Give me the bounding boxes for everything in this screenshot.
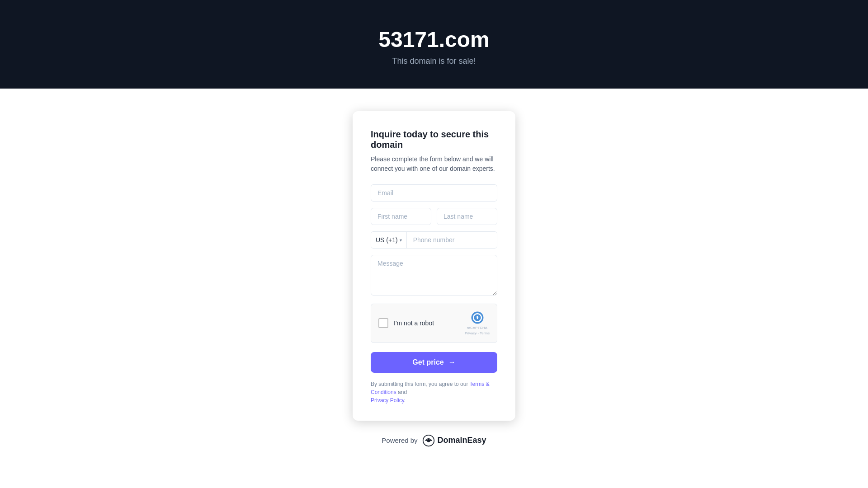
recaptcha-icon [470, 310, 485, 325]
message-field[interactable] [371, 255, 497, 296]
privacy-policy-link[interactable]: Privacy Policy [371, 397, 404, 404]
phone-number-field[interactable] [407, 232, 497, 248]
submit-label: Get price [412, 358, 443, 366]
terms-text-3: . [404, 397, 406, 404]
phone-row: US (+1) ▾ [371, 231, 497, 249]
card-title: Inquire today to secure this domain [371, 129, 497, 150]
recaptcha-label: reCAPTCHA [467, 326, 487, 330]
first-name-field[interactable] [371, 208, 431, 225]
captcha-logo: reCAPTCHA Privacy - Terms [465, 310, 490, 336]
last-name-group [437, 208, 497, 225]
arrow-right-icon: → [448, 358, 456, 366]
site-title: 53171.com [378, 27, 490, 52]
powered-by-section: Powered by DomainEasy [382, 434, 486, 447]
message-group [371, 255, 497, 297]
phone-country-label: US (+1) [376, 236, 398, 244]
chevron-down-icon: ▾ [400, 238, 402, 243]
captcha-label: I'm not a robot [394, 319, 459, 327]
bottom-section: Inquire today to secure this domain Plea… [0, 89, 868, 488]
last-name-field[interactable] [437, 208, 497, 225]
inquiry-card: Inquire today to secure this domain Plea… [353, 111, 515, 421]
name-row [371, 208, 497, 225]
terms-text-2: and [396, 389, 407, 395]
domaineasy-logo: DomainEasy [422, 434, 486, 447]
top-section: 53171.com This domain is for sale! [0, 0, 868, 89]
site-subtitle: This domain is for sale! [392, 56, 476, 66]
powered-by-text: Powered by [382, 436, 417, 444]
email-field[interactable] [371, 184, 497, 202]
domaineasy-icon [422, 434, 435, 447]
recaptcha-terms: Privacy - Terms [465, 331, 490, 336]
email-group [371, 184, 497, 202]
captcha-box: I'm not a robot reCAPTCHA Privacy - Term… [371, 304, 497, 343]
submit-button[interactable]: Get price → [371, 352, 497, 373]
first-name-group [371, 208, 431, 225]
terms-text-1: By submitting this form, you agree to ou… [371, 381, 470, 387]
captcha-checkbox[interactable] [378, 318, 388, 328]
phone-country-selector[interactable]: US (+1) ▾ [371, 232, 407, 248]
card-description: Please complete the form below and we wi… [371, 155, 497, 174]
domaineasy-name: DomainEasy [438, 436, 486, 445]
terms-text: By submitting this form, you agree to ou… [371, 380, 497, 404]
